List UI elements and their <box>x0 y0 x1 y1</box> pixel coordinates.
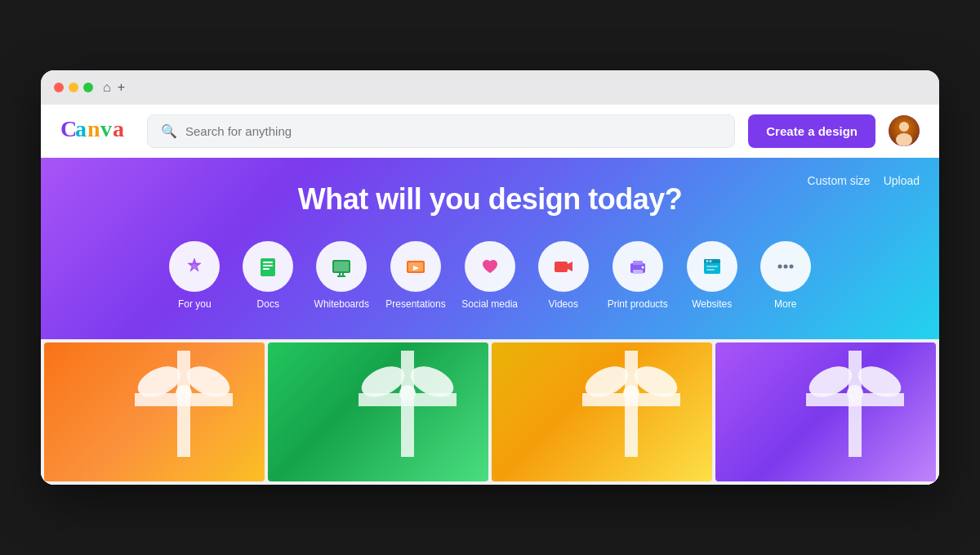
svg-rect-25 <box>633 270 643 274</box>
svg-point-6 <box>899 122 909 132</box>
svg-point-50 <box>623 385 639 401</box>
svg-rect-10 <box>263 262 273 263</box>
svg-text:C: C <box>60 116 76 141</box>
category-grid: For you Docs <box>74 241 906 310</box>
svg-point-40 <box>176 385 192 401</box>
browser-toolbar: ⌂ + <box>41 70 939 105</box>
svg-point-55 <box>847 385 863 401</box>
upload-link[interactable]: Upload <box>884 174 920 187</box>
new-tab-icon[interactable]: + <box>118 80 125 95</box>
browser-window: ⌂ + C a n v a 🔍 Create a design <box>41 70 939 485</box>
app-content: C a n v a 🔍 Create a design <box>41 105 939 485</box>
more-label: More <box>774 298 796 310</box>
search-input[interactable] <box>185 124 721 138</box>
ribbon-bow-1 <box>135 351 233 457</box>
videos-label: Videos <box>548 298 577 310</box>
category-more[interactable]: More <box>756 241 815 310</box>
category-for-you[interactable]: For you <box>165 241 224 310</box>
for-you-label: For you <box>178 298 212 310</box>
websites-icon-circle <box>687 241 737 292</box>
svg-point-35 <box>789 264 793 268</box>
window-controls <box>54 83 93 92</box>
svg-point-29 <box>706 260 708 262</box>
whiteboards-label: Whiteboards <box>314 298 369 310</box>
svg-rect-31 <box>706 266 718 267</box>
home-icon[interactable]: ⌂ <box>103 80 111 95</box>
svg-point-7 <box>896 133 912 146</box>
category-videos[interactable]: Videos <box>534 241 593 310</box>
template-card-1[interactable] <box>44 342 265 481</box>
print-products-icon-circle <box>612 241 663 292</box>
ribbon-bow-2 <box>359 351 457 457</box>
maximize-dot[interactable] <box>83 83 93 92</box>
svg-rect-32 <box>706 269 715 271</box>
svg-point-8 <box>192 264 197 269</box>
svg-rect-24 <box>633 261 643 265</box>
svg-rect-12 <box>263 268 270 270</box>
docs-label: Docs <box>257 298 279 310</box>
create-design-button[interactable]: Create a design <box>748 114 875 148</box>
browser-nav: ⌂ + <box>103 80 125 95</box>
for-you-icon-circle <box>169 241 220 292</box>
hero-title: What will you design today? <box>74 182 906 217</box>
close-dot[interactable] <box>54 83 64 92</box>
category-docs[interactable]: Docs <box>238 241 297 310</box>
cards-section <box>41 339 939 485</box>
template-card-4[interactable] <box>715 342 936 481</box>
svg-rect-21 <box>555 262 568 272</box>
category-social-media[interactable]: Social media <box>461 241 519 310</box>
ribbon-bow-4 <box>806 351 904 457</box>
category-print-products[interactable]: Print products <box>608 241 668 310</box>
hero-banner: Custom size Upload What will you design … <box>41 158 939 339</box>
minimize-dot[interactable] <box>69 83 78 92</box>
custom-size-link[interactable]: Custom size <box>808 174 871 187</box>
social-media-icon-circle <box>465 241 515 292</box>
svg-rect-9 <box>261 258 275 276</box>
presentations-label: Presentations <box>385 298 445 310</box>
app-header: C a n v a 🔍 Create a design <box>41 105 939 158</box>
svg-point-26 <box>641 266 644 268</box>
template-card-2[interactable] <box>268 342 488 481</box>
svg-text:a: a <box>113 116 124 141</box>
svg-rect-11 <box>263 265 273 266</box>
svg-text:v: v <box>100 116 112 141</box>
avatar[interactable] <box>889 115 920 146</box>
more-icon-circle <box>760 241 811 292</box>
search-icon: 🔍 <box>161 123 177 139</box>
whiteboards-icon-circle <box>316 241 367 292</box>
canva-logo: C a n v a <box>60 115 134 147</box>
svg-text:n: n <box>87 116 100 141</box>
ribbon-bow-3 <box>582 351 680 457</box>
svg-point-30 <box>709 260 711 262</box>
svg-point-33 <box>777 264 782 268</box>
hero-actions: Custom size Upload <box>808 174 920 187</box>
videos-icon-circle <box>538 241 589 292</box>
svg-text:a: a <box>75 116 87 141</box>
svg-rect-14 <box>334 262 349 271</box>
category-websites[interactable]: Websites <box>683 241 742 310</box>
websites-label: Websites <box>692 298 732 310</box>
presentations-icon-circle <box>390 241 441 292</box>
category-presentations[interactable]: Presentations <box>385 241 445 310</box>
docs-icon-circle <box>243 241 293 292</box>
svg-point-34 <box>783 264 787 268</box>
social-media-label: Social media <box>461 298 518 310</box>
category-whiteboards[interactable]: Whiteboards <box>312 241 371 310</box>
svg-marker-22 <box>568 262 572 271</box>
svg-point-45 <box>399 385 416 401</box>
print-products-label: Print products <box>608 298 668 310</box>
template-card-3[interactable] <box>492 342 712 481</box>
search-bar[interactable]: 🔍 <box>147 114 735 148</box>
